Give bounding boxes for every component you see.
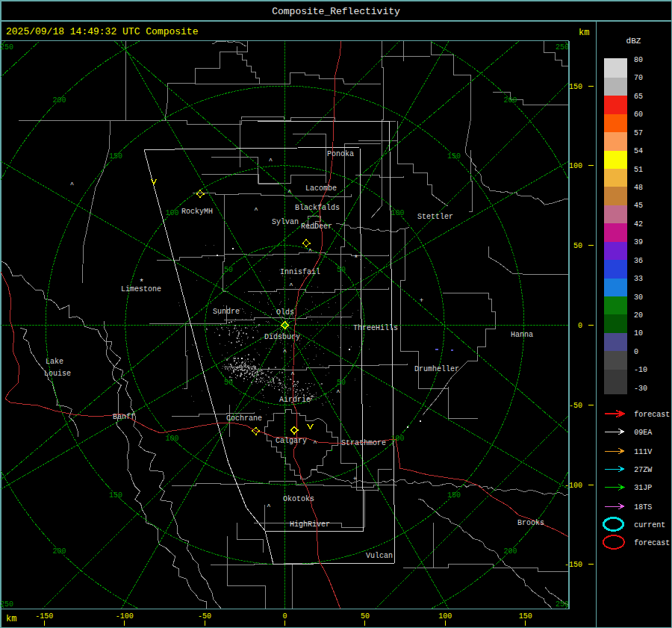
svg-text:60: 60 — [634, 111, 643, 119]
svg-text:km: km — [6, 614, 16, 624]
svg-text:-100: -100 — [564, 482, 582, 490]
svg-text:45: 45 — [634, 202, 643, 210]
svg-text:current: current — [634, 521, 665, 529]
svg-text:150: 150 — [447, 152, 461, 161]
svg-text:36: 36 — [634, 257, 643, 265]
svg-text:100: 100 — [438, 612, 452, 621]
svg-text:48: 48 — [634, 184, 643, 192]
svg-text:100: 100 — [391, 435, 404, 443]
svg-text:^: ^ — [254, 207, 258, 214]
svg-text:-10: -10 — [634, 366, 647, 374]
svg-text:-50: -50 — [198, 612, 211, 621]
svg-text:100: 100 — [391, 209, 404, 217]
svg-text:57: 57 — [634, 129, 643, 137]
svg-text:^: ^ — [308, 248, 312, 255]
svg-text:km: km — [579, 28, 589, 38]
svg-text:-150: -150 — [35, 612, 53, 621]
svg-text:Olds: Olds — [276, 308, 294, 317]
svg-text:*: * — [353, 254, 358, 263]
svg-text:18TS: 18TS — [634, 503, 652, 512]
svg-text:Okotoks: Okotoks — [283, 495, 314, 503]
svg-text:RedDeer: RedDeer — [301, 223, 332, 231]
svg-text:Calgary: Calgary — [276, 437, 307, 445]
svg-text:50: 50 — [361, 612, 370, 621]
svg-text:-150: -150 — [564, 561, 582, 569]
svg-text:^: ^ — [283, 349, 287, 356]
svg-text:31JP: 31JP — [634, 484, 652, 492]
svg-text:0: 0 — [634, 348, 638, 356]
svg-text:Sundre: Sundre — [213, 308, 240, 316]
svg-text:50: 50 — [337, 266, 346, 274]
svg-text:51: 51 — [634, 166, 643, 174]
svg-text:+: + — [420, 297, 423, 305]
svg-text:150: 150 — [109, 152, 122, 161]
svg-text:^: ^ — [313, 440, 317, 447]
svg-text:100: 100 — [569, 162, 582, 170]
svg-text:Stettler: Stettler — [417, 213, 453, 221]
svg-text:150: 150 — [569, 83, 582, 91]
svg-text:Airdrie: Airdrie — [279, 396, 311, 404]
svg-text:RockyMH: RockyMH — [181, 208, 213, 216]
svg-text:HighRiver: HighRiver — [290, 520, 330, 529]
svg-text:-50: -50 — [569, 402, 582, 410]
svg-text:27ZW: 27ZW — [634, 466, 652, 474]
svg-text:Vulcan: Vulcan — [366, 552, 393, 560]
svg-text:150: 150 — [519, 612, 532, 621]
svg-text:42: 42 — [634, 220, 643, 228]
svg-text:^: ^ — [70, 181, 74, 189]
svg-text:65: 65 — [634, 93, 643, 101]
svg-text:^: ^ — [267, 503, 270, 511]
svg-text:Sylvan: Sylvan — [272, 218, 299, 226]
svg-text:^: ^ — [290, 371, 294, 379]
svg-text:Banff: Banff — [113, 413, 135, 421]
svg-text:Didsbury: Didsbury — [264, 333, 300, 341]
svg-text:111V: 111V — [634, 448, 652, 456]
svg-text:Lacombe: Lacombe — [305, 184, 337, 193]
svg-text:150: 150 — [109, 491, 122, 500]
svg-text:forecast: forecast — [634, 539, 670, 547]
svg-text:^: ^ — [336, 389, 340, 397]
svg-text:150: 150 — [447, 491, 461, 500]
svg-text:Innisfail: Innisfail — [280, 268, 320, 276]
svg-text:ThreeHills: ThreeHills — [353, 324, 398, 332]
svg-text:^: ^ — [289, 282, 293, 290]
svg-text:^: ^ — [269, 158, 273, 165]
svg-text:Hanna: Hanna — [511, 331, 533, 339]
svg-text:Ponoka: Ponoka — [327, 150, 354, 158]
svg-text:Brooks: Brooks — [517, 519, 544, 527]
svg-text:250: 250 — [556, 600, 569, 609]
svg-text:50: 50 — [337, 379, 346, 387]
svg-text:dBZ: dBZ — [626, 37, 641, 46]
svg-text:Cochrane: Cochrane — [226, 414, 262, 423]
svg-text:50: 50 — [224, 266, 233, 274]
svg-text:70: 70 — [634, 74, 643, 82]
svg-text:250: 250 — [0, 43, 13, 52]
svg-text:Louise: Louise — [44, 370, 71, 378]
svg-text:100: 100 — [165, 435, 178, 443]
svg-text:Limestone: Limestone — [121, 285, 161, 293]
svg-text:54: 54 — [634, 147, 643, 155]
svg-text:Drumheller: Drumheller — [414, 365, 459, 373]
svg-text:Composite_Reflectivity: Composite_Reflectivity — [272, 6, 400, 17]
svg-text:39: 39 — [634, 238, 643, 246]
svg-text:*: * — [139, 278, 144, 287]
svg-text:80: 80 — [634, 56, 643, 64]
svg-text:0: 0 — [282, 612, 287, 621]
svg-text:-30: -30 — [634, 385, 647, 393]
svg-text:33: 33 — [634, 275, 643, 283]
svg-text:0: 0 — [578, 322, 582, 330]
svg-text:50: 50 — [224, 379, 233, 387]
svg-text:250: 250 — [0, 600, 13, 609]
svg-text:09EA: 09EA — [634, 429, 652, 437]
svg-text:Strathmore: Strathmore — [341, 439, 386, 447]
svg-text:+: + — [353, 476, 357, 483]
svg-text:20: 20 — [634, 311, 643, 320]
svg-text:250: 250 — [556, 43, 569, 52]
svg-text:-100: -100 — [116, 612, 134, 621]
svg-text:50: 50 — [573, 242, 582, 250]
svg-text:200: 200 — [52, 547, 66, 556]
svg-text:2025/09/18 14:49:32 UTC Compos: 2025/09/18 14:49:32 UTC Composite — [6, 26, 198, 37]
svg-text:10: 10 — [634, 329, 643, 338]
svg-text:^: ^ — [287, 189, 291, 196]
svg-text:100: 100 — [165, 209, 178, 217]
